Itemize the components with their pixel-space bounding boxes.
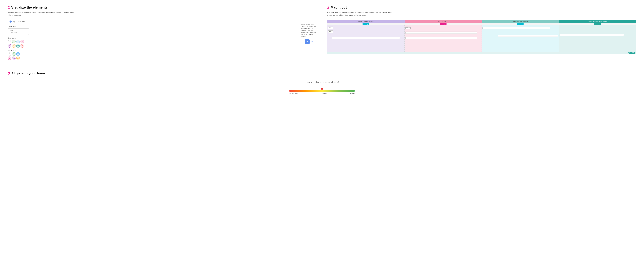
point-badge-3: 3 (20, 40, 24, 43)
epic-3: Epic 3 (406, 26, 410, 29)
tshirt-l: L (8, 56, 11, 60)
section-1: 1 Visualize the elements Import issues o… (8, 5, 317, 61)
section-1-title: Visualize the elements (11, 5, 48, 9)
card-title: Title (10, 30, 27, 32)
step-number-1: 1 (8, 5, 10, 9)
tshirt-label: T-shirt sizes (8, 49, 298, 51)
tshirt-xxl: XXL (16, 56, 20, 60)
timeline-col-1: Epic 1 Epic 2 (328, 25, 404, 52)
point-badge-1: 1 (12, 40, 16, 43)
section-2-header: 2 Map it out (327, 5, 636, 9)
lucid-icon (305, 39, 310, 44)
diamond-icon (10, 20, 12, 23)
point-badge-2: 2 (16, 40, 20, 43)
lucid-card-preview: Title Description (8, 28, 29, 35)
point-badge-8: 8 (12, 44, 16, 48)
end-q5-badge: End of Q5 (628, 52, 636, 54)
tshirt-s: S (12, 52, 16, 56)
section-1-desc: Import issues or drag out Lucid cards to… (8, 11, 76, 16)
import-jira-button[interactable]: Import Jira Issues (8, 20, 27, 23)
col-header-q4: October, November, and December (559, 20, 636, 23)
slider-thumb (320, 88, 324, 91)
story-2 (406, 31, 477, 34)
step-number-2: 2 (327, 5, 329, 9)
story-3 (406, 37, 477, 39)
timeline: January, February, and March April, May,… (327, 20, 636, 54)
quarter-4: End of Q4 (559, 23, 636, 25)
section-2: 2 Map it out Drag and drop cards onto th… (327, 5, 636, 61)
slider-label-mid: Sort of (322, 93, 326, 95)
story-5 (498, 34, 558, 37)
story-points-row-1: 0.5 1 2 3 (8, 40, 298, 43)
tshirt-row-2: L XL XXL (8, 56, 298, 60)
feasibility-section: How feasible is our roadmap? Eh, not rea… (8, 81, 636, 95)
extra-end-badge-row: End of Q5 (328, 52, 636, 54)
arrow-icon: ➜ (311, 40, 313, 43)
story-6 (560, 34, 624, 36)
end-q1-badge: End of Q1 (362, 23, 370, 25)
point-badge-21: 21 (20, 44, 24, 48)
quarter-3: End of Q3 (482, 23, 559, 25)
timeline-col-2: Epic 3 (404, 25, 482, 52)
timeline-col-4 (559, 25, 636, 52)
quarter-2: End of Q2 (404, 23, 482, 25)
timeline-col-3 (482, 25, 559, 52)
feasibility-pre: How (305, 81, 311, 84)
timeline-subheader: End of Q1 End of Q2 End of Q3 End of Q4 (328, 23, 636, 25)
end-q3-badge: End of Q3 (517, 23, 524, 25)
col-header-q1: January, February, and March (328, 20, 404, 23)
section-1-header: 1 Visualize the elements (8, 5, 317, 9)
section-2-desc: Drag and drop cards onto the timeline. S… (327, 11, 396, 16)
feasibility-question: How feasible is our roadmap? (8, 81, 636, 84)
tshirt-xl: XL (12, 56, 16, 60)
tshirt-m: M (16, 52, 20, 56)
step-number-3: 3 (8, 71, 10, 75)
import-btn-label: Import Jira Issues (12, 21, 25, 22)
point-badge-13: 13 (16, 44, 20, 48)
section-3-header: 3 Align with your team (8, 71, 636, 75)
end-q2-badge: End of Q2 (440, 23, 447, 25)
slider-labels: Eh, not really Sort of Totally! (289, 93, 355, 95)
slider-label-left: Eh, not really (289, 93, 298, 95)
section-1-main: Import Jira Issues Lucid Cards Title Des… (8, 20, 298, 61)
story-4 (482, 27, 550, 29)
lucid-cards-label: Lucid Cards (8, 26, 298, 28)
section-3-title: Align with your team (11, 71, 45, 75)
sync-text: Sync or connect Lucid Cards to Jira, Asa… (301, 24, 317, 37)
story-points-label: Story points (8, 37, 298, 39)
tshirt-section: T-shirt sizes XS S M L XL XXL (8, 49, 298, 60)
section-3: 3 Align with your team How feasible is o… (8, 71, 636, 97)
feasibility-post: is our roadmap? (320, 81, 339, 84)
section-1-aside: Sync or connect Lucid Cards to Jira, Asa… (301, 20, 317, 44)
slider-track (289, 90, 355, 92)
col-header-q2: April, May, and June (404, 20, 482, 23)
card-desc: Description (10, 32, 27, 33)
point-badge-0-5: 0.5 (8, 40, 11, 43)
feasibility-keyword: feasible (310, 81, 320, 84)
quarter-1: End of Q1 (328, 23, 404, 25)
epic-1: Epic 1 (328, 26, 333, 29)
feasibility-slider-container: Eh, not really Sort of Totally! (289, 90, 355, 95)
tshirt-row-1: XS S M (8, 52, 298, 56)
epic-2: Epic 2 (328, 30, 333, 33)
timeline-body: Epic 1 Epic 2 Epic 3 (328, 25, 636, 52)
slider-label-right: Totally! (350, 93, 355, 95)
section-2-title: Map it out (331, 5, 347, 9)
story-1 (332, 37, 400, 39)
tshirt-xs: XS (8, 52, 11, 56)
end-q4-badge: End of Q4 (594, 23, 601, 25)
point-badge-5: 5 (8, 44, 11, 48)
timeline-header: January, February, and March April, May,… (328, 20, 636, 23)
col-header-q3: July, August, and September (482, 20, 559, 23)
story-points-row-2: 5 8 13 21 (8, 44, 298, 48)
